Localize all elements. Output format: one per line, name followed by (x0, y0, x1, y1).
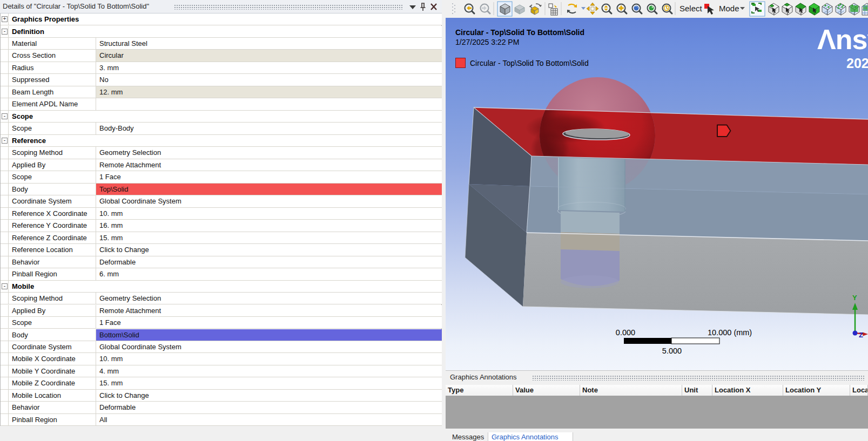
svg-text:Select: Select (679, 4, 703, 13)
svg-text:Mode: Mode (719, 4, 739, 13)
svg-text:Y: Y (852, 294, 857, 302)
svg-text:10.000 (mm): 10.000 (mm) (708, 328, 752, 337)
svg-text:5.000: 5.000 (662, 347, 682, 355)
svg-text:0.000: 0.000 (616, 328, 635, 337)
svg-text:Z: Z (859, 331, 863, 339)
